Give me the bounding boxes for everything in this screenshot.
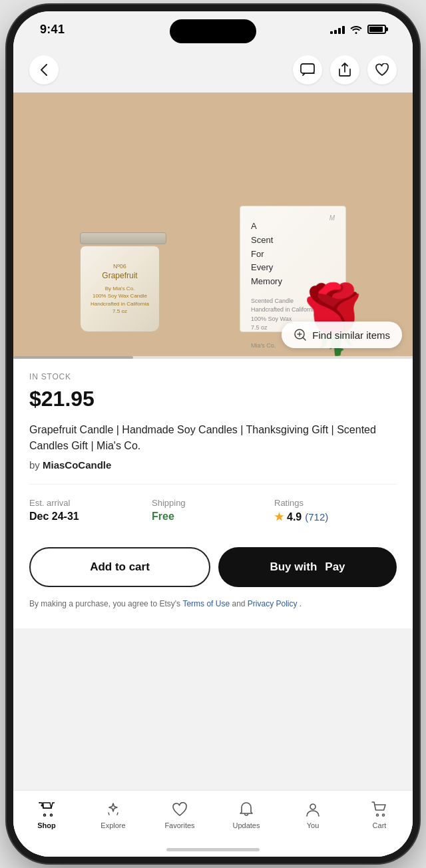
- svg-point-3: [44, 814, 46, 816]
- candle-jar: Nº06 Grapefruit By Mia's Co.100% Soy Wax…: [80, 232, 160, 332]
- svg-point-6: [377, 814, 379, 816]
- wifi-icon: [350, 25, 362, 34]
- box-corner-mark: M: [329, 214, 335, 222]
- jar-body: Nº06 Grapefruit By Mia's Co.100% Soy Wax…: [80, 246, 160, 332]
- box-text: AScentForEveryMemory: [251, 220, 335, 289]
- updates-icon: [239, 800, 254, 819]
- shop-icon: [39, 800, 55, 819]
- ratings-value: ★ 4.9 (712): [274, 511, 397, 523]
- battery-icon: [367, 25, 386, 34]
- nav-right-buttons: [293, 55, 397, 85]
- bottom-nav: Shop Explore Favorite: [13, 790, 413, 857]
- favorites-label: Favorites: [164, 821, 194, 829]
- nav-item-shop[interactable]: Shop: [13, 797, 80, 829]
- product-seller: by MiasCoCandle: [29, 459, 397, 471]
- buy-with-apple-pay-button[interactable]: Buy with Pay: [218, 547, 397, 587]
- updates-label: Updates: [233, 821, 260, 829]
- cart-icon: [371, 800, 387, 819]
- rating-score: 4.9: [287, 511, 302, 523]
- arrival-label: Est. arrival: [29, 498, 152, 508]
- legal-prefix: By making a purchase, you agree to Etsy'…: [29, 599, 182, 608]
- ratings-label: Ratings: [274, 498, 397, 508]
- cart-label: Cart: [373, 821, 387, 829]
- apple-pay-label: Pay: [325, 560, 345, 574]
- find-similar-button[interactable]: Find similar items: [282, 322, 402, 348]
- legal-text: By making a purchase, you agree to Etsy'…: [29, 598, 397, 610]
- shipping-label: Shipping: [152, 498, 274, 508]
- shop-label: Shop: [37, 821, 56, 829]
- product-price: $21.95: [29, 387, 397, 411]
- explore-label: Explore: [101, 821, 125, 829]
- find-similar-label: Find similar items: [312, 329, 390, 341]
- svg-point-5: [310, 804, 316, 809]
- seller-prefix: by: [29, 459, 40, 471]
- product-meta: Est. arrival Dec 24-31 Shipping Free Rat…: [29, 484, 397, 531]
- arrival-value: Dec 24-31: [29, 511, 152, 523]
- terms-link[interactable]: Terms of Use: [182, 599, 230, 608]
- add-to-cart-button[interactable]: Add to cart: [29, 547, 210, 587]
- legal-end: .: [300, 599, 302, 608]
- buy-with-label: Buy with: [270, 560, 317, 574]
- action-buttons: Add to cart Buy with Pay: [29, 547, 397, 587]
- jar-lid: [80, 232, 166, 244]
- nav-bar: [13, 47, 413, 93]
- svg-rect-0: [301, 64, 314, 73]
- nav-item-updates[interactable]: Updates: [213, 797, 280, 829]
- star-icon: ★: [274, 511, 284, 523]
- dynamic-island: [170, 19, 256, 43]
- signal-icon: [330, 25, 345, 34]
- share-button[interactable]: [330, 55, 359, 85]
- you-label: You: [307, 821, 320, 829]
- privacy-link[interactable]: Privacy Policy: [248, 599, 298, 608]
- shipping-value: Free: [152, 511, 274, 523]
- back-button[interactable]: [29, 55, 59, 85]
- nav-item-you[interactable]: You: [280, 797, 346, 829]
- jar-label: Nº06 Grapefruit By Mia's Co.100% Soy Wax…: [85, 263, 154, 315]
- ratings-count[interactable]: (712): [305, 511, 328, 523]
- ratings-meta: Ratings ★ 4.9 (712): [274, 490, 397, 531]
- svg-point-7: [383, 814, 385, 816]
- nav-item-favorites[interactable]: Favorites: [146, 797, 213, 829]
- image-scroll-indicator: [13, 356, 413, 359]
- product-image: Nº06 Grapefruit By Mia's Co.100% Soy Wax…: [13, 93, 413, 359]
- shipping-meta: Shipping Free: [152, 490, 274, 531]
- stock-badge: IN STOCK: [29, 372, 397, 381]
- explore-icon: [105, 800, 121, 819]
- seller-name[interactable]: MiasCoCandle: [43, 459, 111, 471]
- status-time: 9:41: [40, 23, 65, 37]
- nav-item-cart[interactable]: Cart: [346, 797, 413, 829]
- home-indicator: [166, 848, 260, 851]
- svg-point-4: [51, 814, 53, 816]
- nav-item-explore[interactable]: Explore: [80, 797, 146, 829]
- product-image-area: Nº06 Grapefruit By Mia's Co.100% Soy Wax…: [13, 93, 413, 359]
- legal-and: and: [232, 599, 247, 608]
- scroll-area[interactable]: Nº06 Grapefruit By Mia's Co.100% Soy Wax…: [13, 47, 413, 790]
- message-button[interactable]: [293, 55, 322, 85]
- favorite-button[interactable]: [367, 55, 397, 85]
- you-icon: [306, 800, 320, 819]
- main-content: Nº06 Grapefruit By Mia's Co.100% Soy Wax…: [13, 47, 413, 857]
- status-icons: [330, 25, 386, 34]
- product-details: IN STOCK $21.95 Grapefruit Candle | Hand…: [13, 359, 413, 628]
- arrival-meta: Est. arrival Dec 24-31: [29, 490, 152, 531]
- favorites-icon: [172, 800, 188, 819]
- product-title: Grapefruit Candle | Handmade Soy Candles…: [29, 422, 397, 454]
- add-to-cart-label: Add to cart: [90, 560, 150, 574]
